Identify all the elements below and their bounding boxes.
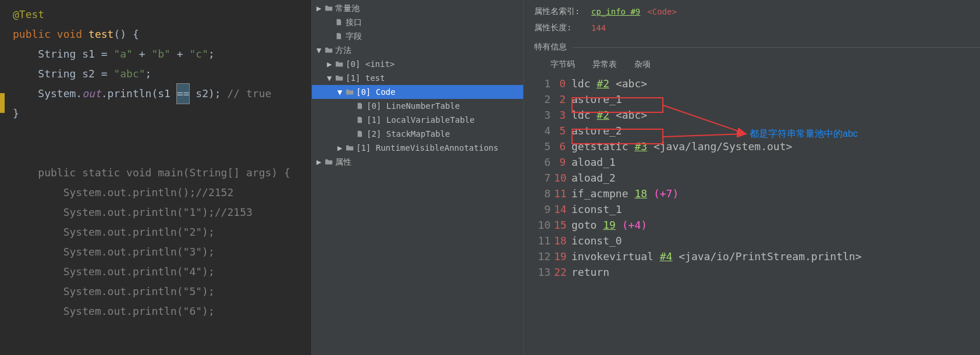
bytecode-line-number: 10 bbox=[534, 217, 554, 233]
editor-line[interactable]: System.out.println(s1 == s2); // true bbox=[0, 84, 311, 104]
bytecode-token: <abc> bbox=[609, 77, 647, 90]
bytecode-row: 22astore_1 bbox=[534, 91, 980, 107]
tab-2[interactable]: 杂项 bbox=[633, 57, 652, 72]
tree-arrow-icon[interactable]: ▶ bbox=[315, 1, 322, 15]
bytecode-line-number: 1 bbox=[534, 76, 554, 91]
editor-line[interactable]: public void test() { bbox=[0, 24, 311, 44]
bytecode-token: <abc> bbox=[609, 109, 647, 121]
editor-line[interactable]: System.out.println("1");//2153 bbox=[0, 203, 311, 222]
bytecode-listing: 10ldc #2 <abc>22astore_133ldc #2 <abc>45… bbox=[534, 76, 980, 280]
tree-item-label: [2] StackMapTable bbox=[367, 127, 450, 141]
bytecode-line-number: 9 bbox=[534, 201, 554, 217]
folder-icon bbox=[335, 74, 343, 82]
code-token-str: "a" bbox=[113, 48, 133, 60]
bytecode-row: 69aload_1 bbox=[534, 154, 980, 170]
bytecode-row: 710aload_2 bbox=[534, 170, 980, 186]
tree-item[interactable]: ▶[1] RuntimeVisibleAnnotations bbox=[312, 141, 523, 155]
bytecode-token: <java/io/PrintStream.println> bbox=[672, 250, 861, 262]
bytecode-token: iconst_1 bbox=[571, 203, 622, 215]
editor-line[interactable]: public static void main(String[] args) { bbox=[0, 163, 311, 183]
jump-ref[interactable]: 18 bbox=[634, 187, 647, 200]
editor-line[interactable]: System.out.println("6"); bbox=[0, 301, 311, 321]
code-token-field: out bbox=[82, 87, 101, 100]
bytecode-token: iconst_0 bbox=[571, 235, 622, 247]
tree-item[interactable]: ▼[0] Code bbox=[312, 85, 523, 99]
tree-arrow-icon[interactable]: ▼ bbox=[336, 85, 343, 99]
cp-ref[interactable]: #2 bbox=[596, 109, 609, 121]
offset-ref: (+4) bbox=[622, 219, 647, 231]
code-token-anno: @Test bbox=[13, 8, 44, 20]
bytecode-instruction: astore_2 bbox=[571, 123, 622, 139]
bytecode-offset: 14 bbox=[554, 201, 571, 217]
tree-item-label: [0] Code bbox=[356, 85, 395, 99]
attr-len-label: 属性长度: bbox=[534, 23, 584, 33]
tree-item[interactable]: ▼[1] test bbox=[312, 71, 523, 85]
editor-line[interactable]: @Test bbox=[0, 5, 311, 24]
class-structure-tree[interactable]: ▶常量池接口字段▼方法▶[0] <init>▼[1] test▼[0] Code… bbox=[312, 0, 524, 355]
folder-icon bbox=[325, 4, 333, 12]
editor-line[interactable]: } bbox=[0, 104, 311, 123]
editor-line[interactable] bbox=[0, 143, 311, 163]
cp-ref[interactable]: #4 bbox=[660, 250, 673, 262]
bytecode-token: getstatic bbox=[571, 140, 634, 152]
cp-ref[interactable]: #2 bbox=[596, 77, 609, 90]
tree-item[interactable]: [1] LocalVariableTable bbox=[312, 113, 523, 127]
bytecode-token bbox=[647, 187, 654, 200]
cp-ref[interactable]: #3 bbox=[634, 140, 647, 152]
code-token-comment: // true bbox=[228, 87, 272, 100]
bytecode-instruction: iconst_1 bbox=[571, 201, 622, 217]
tree-arrow-icon[interactable]: ▶ bbox=[326, 57, 333, 71]
tree-item-label: 属性 bbox=[335, 155, 351, 169]
bytecode-tabs[interactable]: 字节码异常表杂项 bbox=[534, 57, 980, 72]
editor-line[interactable]: String s1 = "a" + "b" + "c"; bbox=[0, 44, 311, 64]
bytecode-offset: 22 bbox=[554, 264, 571, 280]
tree-arrow-icon[interactable]: ▶ bbox=[336, 141, 343, 155]
tree-item[interactable]: 接口 bbox=[312, 15, 523, 29]
code-token-cursor: == bbox=[177, 84, 190, 104]
code-token-str: "b" bbox=[151, 48, 171, 60]
tree-item[interactable]: ▼方法 bbox=[312, 43, 523, 57]
tab-0[interactable]: 字节码 bbox=[549, 57, 576, 72]
tree-item[interactable]: 字段 bbox=[312, 29, 523, 43]
code-editor[interactable]: @Testpublic void test() { String s1 = "a… bbox=[0, 0, 312, 355]
attr-index-row: 属性名索引: cp_info #9 <Code> bbox=[534, 3, 980, 20]
bytecode-token: astore_1 bbox=[571, 93, 622, 105]
editor-line[interactable]: System.out.println("2"); bbox=[0, 222, 311, 242]
bytecode-offset: 15 bbox=[554, 217, 571, 233]
file-icon bbox=[356, 130, 364, 138]
tab-1[interactable]: 异常表 bbox=[591, 57, 618, 72]
editor-line[interactable] bbox=[0, 123, 311, 143]
tree-arrow-icon[interactable]: ▼ bbox=[315, 43, 322, 57]
code-token-comment: System.out.println("1");//2153 bbox=[13, 206, 253, 218]
editor-line[interactable]: System.out.println("3"); bbox=[0, 242, 311, 262]
bytecode-token: ldc bbox=[571, 109, 596, 121]
bytecode-instruction: ldc #2 <abc> bbox=[571, 107, 647, 123]
tree-item[interactable]: ▶[0] <init> bbox=[312, 57, 523, 71]
code-token-str: "c" bbox=[189, 48, 208, 60]
jump-ref[interactable]: 19 bbox=[603, 219, 616, 231]
tree-item[interactable]: [2] StackMapTable bbox=[312, 127, 523, 141]
code-token-comment: public static void main(String[] args) { bbox=[13, 166, 290, 179]
editor-line[interactable]: String s2 = "abc"; bbox=[0, 64, 311, 84]
tree-item[interactable]: ▶属性 bbox=[312, 155, 523, 169]
code-token-punct: String s2 = bbox=[13, 68, 113, 80]
tree-item-label: [0] <init> bbox=[346, 57, 395, 71]
bytecode-offset: 19 bbox=[554, 248, 571, 264]
editor-line[interactable]: System.out.println("5"); bbox=[0, 282, 311, 301]
editor-line[interactable]: System.out.println("4"); bbox=[0, 262, 311, 282]
tree-item[interactable]: ▶常量池 bbox=[312, 1, 523, 15]
tree-item[interactable]: [0] LineNumberTable bbox=[312, 99, 523, 113]
attr-len-value: 144 bbox=[591, 23, 606, 33]
bytecode-line-number: 7 bbox=[534, 170, 554, 186]
bytecode-instruction: return bbox=[571, 264, 609, 280]
bytecode-instruction: if_acmpne 18 (+7) bbox=[571, 186, 679, 201]
bytecode-row: 56getstatic #3 <java/lang/System.out> bbox=[534, 139, 980, 154]
bytecode-line-number: 13 bbox=[534, 264, 554, 280]
attr-index-cp[interactable]: cp_info #9 bbox=[591, 7, 640, 16]
editor-line[interactable]: System.out.println();//2152 bbox=[0, 183, 311, 203]
tree-arrow-icon[interactable]: ▶ bbox=[315, 155, 322, 169]
code-token-punct: () { bbox=[113, 28, 139, 40]
file-icon bbox=[335, 32, 343, 40]
tree-item-label: [1] test bbox=[346, 71, 385, 85]
tree-arrow-icon[interactable]: ▼ bbox=[326, 71, 333, 85]
